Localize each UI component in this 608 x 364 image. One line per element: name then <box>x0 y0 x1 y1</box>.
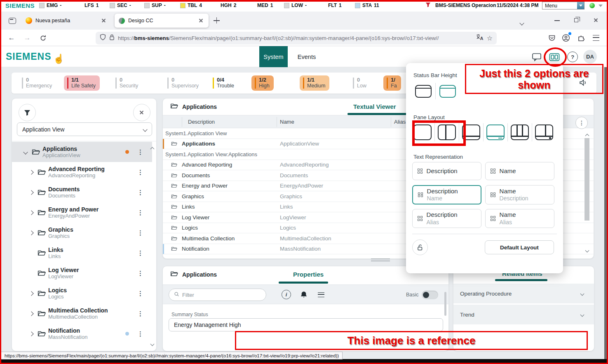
text-representation-option-name-alias[interactable]: NameAlias <box>485 209 554 228</box>
tab-system[interactable]: System <box>259 46 288 67</box>
tree-item-energy-and-power[interactable]: Energy and PowerEnergyAndPower <box>12 202 152 223</box>
filter-funnel-icon[interactable] <box>19 104 36 121</box>
chevron-right-icon[interactable] <box>28 292 35 295</box>
status-bar-height-expanded[interactable] <box>439 85 456 98</box>
menu-dropdown[interactable]: Menu <box>542 2 585 9</box>
caret-down-icon[interactable] <box>599 5 603 7</box>
column-alias[interactable]: Alias <box>394 119 406 125</box>
more-options-icon[interactable] <box>137 229 143 237</box>
chevron-right-icon[interactable] <box>28 231 35 235</box>
scrollbar-thumb[interactable] <box>585 138 589 221</box>
summary-category-high[interactable]: 1/2High <box>251 75 274 91</box>
pane-layout-main-with-bottom-bar-handle[interactable] <box>486 124 505 140</box>
filter-text-field[interactable] <box>182 292 261 298</box>
more-options-icon[interactable] <box>137 249 143 257</box>
more-options-icon[interactable] <box>137 169 143 176</box>
firefox-view-icon[interactable] <box>9 18 16 24</box>
tree-item-applications[interactable]: ApplicationsApplicationView <box>12 142 152 162</box>
more-options-icon[interactable] <box>137 350 143 351</box>
summary-category-emergency[interactable]: 0Emergency <box>19 75 56 91</box>
tab-events[interactable]: Events <box>288 46 326 67</box>
summary-category-life-safety[interactable]: 1/1Life Safety <box>64 75 100 91</box>
more-options-icon[interactable] <box>137 310 143 317</box>
new-tab-icon[interactable] <box>214 17 220 24</box>
summary-category-trouble[interactable]: 0/4Trouble <box>209 75 238 91</box>
summary-category-low[interactable]: 0Low <box>350 75 371 91</box>
more-options-icon[interactable] <box>137 290 143 297</box>
chevron-right-icon[interactable] <box>28 211 35 214</box>
system-counter-lfs[interactable]: LFS1 <box>85 2 99 8</box>
column-name[interactable]: Name <box>280 119 294 125</box>
system-counter-hgh[interactable]: HGH2 <box>221 2 236 8</box>
pane-layout-two-columns-with-bottom-bar[interactable] <box>511 124 529 140</box>
column-description[interactable]: Description <box>188 119 215 125</box>
system-counter-med[interactable]: MED1 <box>257 2 273 8</box>
tree-item-links[interactable]: LinksLinks <box>12 243 152 263</box>
text-representation-option-description-alias[interactable]: DescriptionAlias <box>412 209 481 228</box>
more-options-icon[interactable] <box>137 330 143 338</box>
basic-advanced-toggle[interactable] <box>422 291 438 299</box>
scroll-down-icon[interactable] <box>586 246 589 254</box>
summary-category-supervisory[interactable]: 0Supervisory <box>164 75 203 91</box>
filter-input[interactable] <box>169 289 266 301</box>
menu-hamburger-icon[interactable] <box>593 35 599 41</box>
table-options-icon[interactable] <box>575 117 588 129</box>
chevron-down-icon[interactable] <box>578 313 586 316</box>
list-tabs-icon[interactable] <box>520 19 523 26</box>
extensions-puzzle-icon[interactable] <box>576 33 586 43</box>
summary-category-medium[interactable]: 1/1Medium <box>300 75 329 91</box>
help-icon[interactable] <box>567 52 578 62</box>
chevron-right-icon[interactable] <box>28 332 35 336</box>
bell-icon[interactable] <box>299 290 309 300</box>
close-icon[interactable] <box>133 104 150 121</box>
tree-item-advanced-reporting[interactable]: Advanced ReportingAdvancedReporting <box>12 162 152 182</box>
text-representation-option-name-description[interactable]: NameDescription <box>485 185 554 204</box>
system-counter-tbl[interactable]: TBL4 <box>180 2 202 8</box>
text-representation-option-description-name[interactable]: DescriptionName <box>412 185 481 204</box>
pane-resize-handle[interactable] <box>371 258 390 261</box>
feedback-comment-icon[interactable] <box>531 52 542 62</box>
system-counter-sec[interactable]: SEC- <box>110 2 131 8</box>
list-view-icon[interactable] <box>316 290 326 300</box>
scrollbar-thumb[interactable] <box>444 292 446 316</box>
system-counter-low[interactable]: LOW- <box>284 2 307 8</box>
chevron-right-icon[interactable] <box>28 171 35 174</box>
shield-icon[interactable] <box>100 34 106 42</box>
tab-desigo-cc[interactable]: Desigo CC <box>115 14 209 28</box>
minimize-icon[interactable] <box>554 20 560 21</box>
more-options-icon[interactable] <box>137 270 143 277</box>
system-counter-emg[interactable]: EMG- <box>39 2 61 8</box>
pane-layout-right-split-with-bottom-bar[interactable] <box>535 124 553 140</box>
tree-item-graphics[interactable]: GraphicsGraphics <box>12 223 152 243</box>
status-bar-height-compact[interactable] <box>415 85 432 98</box>
siemens-logo[interactable]: SIEMENS <box>6 51 52 62</box>
restore-window-icon[interactable] <box>574 18 578 22</box>
translate-icon[interactable]: A <box>476 34 484 42</box>
chevron-down-icon[interactable] <box>578 292 586 295</box>
view-selector-dropdown[interactable]: Application View <box>17 122 152 136</box>
tree-item-multimedia-collection[interactable]: Multimedia CollectionMultimediaCollectio… <box>12 303 152 324</box>
summary-status-field[interactable]: Energy Management High <box>169 318 443 331</box>
text-representation-option-name[interactable]: Name <box>485 162 554 180</box>
close-tab-icon[interactable] <box>198 17 204 24</box>
more-options-icon[interactable] <box>137 209 143 216</box>
chevron-right-icon[interactable] <box>28 191 35 194</box>
dropdown-arrow-icon[interactable] <box>577 2 584 9</box>
system-counter-sta[interactable]: STA11 <box>355 2 379 8</box>
summary-category-security[interactable]: 0Security <box>112 75 142 91</box>
section-trend[interactable]: Trend <box>453 305 594 324</box>
chevron-down-icon[interactable] <box>22 150 29 154</box>
unlock-icon[interactable] <box>412 240 428 255</box>
bookmark-star-icon[interactable] <box>487 34 493 42</box>
section-operating-procedure[interactable]: Operating Procedure <box>453 284 594 303</box>
text-representation-option-description[interactable]: Description <box>412 162 481 180</box>
tab-textual-viewer[interactable]: Textual Viewer <box>353 103 396 110</box>
more-options-icon[interactable] <box>137 189 143 196</box>
forward-icon[interactable] <box>22 33 32 43</box>
system-counter-sup[interactable]: SUP- <box>144 2 166 8</box>
address-bar[interactable]: https://bms-siemens/SiemensFlex/main/pag… <box>96 32 497 45</box>
scroll-down-icon[interactable] <box>151 340 154 347</box>
filter-icon[interactable] <box>425 2 431 9</box>
lock-icon[interactable] <box>109 34 115 42</box>
tree-item-notification[interactable]: NotificationMassNotification <box>12 324 152 344</box>
